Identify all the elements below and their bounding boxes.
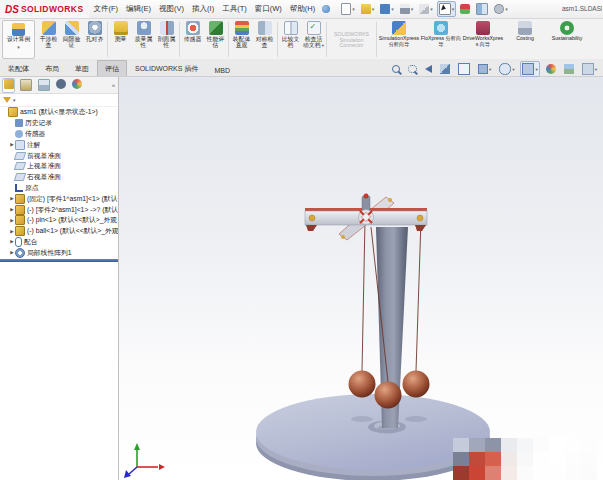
save-button[interactable] bbox=[378, 2, 396, 16]
interference-check-button[interactable]: 干涉检查 bbox=[37, 19, 60, 60]
featuremanager-tab[interactable] bbox=[2, 78, 15, 93]
tree-row[interactable]: ▶ 配合 bbox=[0, 237, 118, 248]
costing-button[interactable]: Costing bbox=[504, 19, 546, 60]
tree-row[interactable]: ▶ 传感器 bbox=[0, 129, 118, 140]
tree-row[interactable]: ▶ 原点 bbox=[0, 183, 118, 194]
watermark-cell bbox=[485, 438, 501, 452]
menu-item[interactable]: 插入(I) bbox=[188, 2, 218, 16]
filter-caret-icon[interactable]: ▾ bbox=[13, 97, 16, 103]
ribbon-tab-label: 装配体 bbox=[8, 65, 29, 72]
print-button[interactable] bbox=[398, 2, 416, 16]
simulation-connector-button[interactable]: SOLIDWORKS Simulation Connector bbox=[328, 19, 375, 60]
panel-tabs-overflow[interactable]: » bbox=[112, 82, 116, 88]
select-button[interactable] bbox=[437, 1, 457, 17]
driveworksxpress-wizard-button[interactable]: DriveWorksXpress 向导 bbox=[462, 19, 504, 60]
watermark-cell bbox=[485, 452, 501, 466]
zoom-to-area-button[interactable] bbox=[406, 63, 419, 76]
section-view-button[interactable] bbox=[438, 62, 452, 76]
menu-bar: 文件(F)编辑(E)视图(V)插入(I)工具(T)窗口(W)帮助(H) bbox=[89, 2, 319, 16]
tree-row[interactable]: ▶ 局部线性阵列1 bbox=[0, 247, 118, 258]
tree-row[interactable]: ▶ 上视基准面 bbox=[0, 161, 118, 172]
title-bar: DS SOLIDWORKS 文件(F)编辑(E)视图(V)插入(I)工具(T)窗… bbox=[0, 0, 603, 19]
pattern-icon bbox=[15, 248, 25, 258]
display-style-button[interactable] bbox=[520, 61, 539, 77]
select-cursor-icon bbox=[439, 3, 451, 15]
menu-item[interactable]: 文件(F) bbox=[89, 2, 122, 16]
menu-item[interactable]: 工具(T) bbox=[218, 2, 251, 16]
ribbon-button[interactable] bbox=[107, 22, 108, 57]
zoom-fit-button[interactable] bbox=[390, 63, 403, 76]
filter-funnel-icon[interactable] bbox=[3, 97, 11, 103]
tab-mbd[interactable]: MBD bbox=[206, 63, 238, 76]
view-orientation-button[interactable] bbox=[476, 62, 493, 76]
assembly-visualization-button[interactable]: 装配体直观 bbox=[230, 19, 253, 60]
symmetry-check-button[interactable]: 对称检查 bbox=[253, 19, 276, 60]
watermark-cell bbox=[517, 438, 533, 452]
tree-row[interactable]: ▶ 注解 bbox=[0, 139, 118, 150]
tab-assembly[interactable]: 装配体 bbox=[0, 60, 37, 76]
graphics-area[interactable] bbox=[119, 77, 603, 480]
rebuild-button[interactable] bbox=[458, 2, 472, 16]
hide-show-items-button[interactable] bbox=[497, 61, 516, 77]
watermark-cell bbox=[533, 452, 549, 466]
dynamic-annotation-views-button[interactable] bbox=[456, 61, 472, 77]
tree-row[interactable]: ▶ 历史记录 bbox=[0, 118, 118, 129]
view-settings-button[interactable] bbox=[580, 61, 599, 77]
tab-layout[interactable]: 布局 bbox=[37, 60, 67, 76]
tab-sketch[interactable]: 草图 bbox=[67, 60, 97, 76]
previous-view-button[interactable] bbox=[423, 63, 434, 75]
performance-evaluation-button[interactable]: 性能评估 bbox=[204, 19, 227, 60]
undo-icon bbox=[419, 4, 429, 14]
menu-item[interactable]: 视图(V) bbox=[155, 2, 188, 16]
undo-button[interactable] bbox=[417, 2, 435, 16]
tree-row[interactable]: ▶ (固定) [零件1^asm1]<1> (默认< bbox=[0, 193, 118, 204]
clearance-verify-icon bbox=[65, 21, 79, 35]
compare-documents-button[interactable]: 比较文档 bbox=[279, 19, 302, 60]
display-pane-button[interactable] bbox=[474, 1, 490, 17]
floxpress-wizard-button[interactable]: FloXpress 分析向导 bbox=[420, 19, 462, 60]
rollback-bar[interactable] bbox=[0, 259, 118, 262]
edit-appearance-button[interactable] bbox=[544, 62, 558, 76]
dimxpertmanager-tab[interactable] bbox=[54, 78, 67, 93]
tree-item-label: 右视基准面 bbox=[27, 172, 61, 182]
tree-row[interactable]: ▶ 右视基准面 bbox=[0, 172, 118, 183]
sensor-button[interactable]: 传感器 bbox=[181, 19, 204, 60]
design-study-caret-icon[interactable]: ▾ bbox=[17, 44, 20, 50]
sustainability-button[interactable]: Sustainability bbox=[546, 19, 588, 60]
ribbon-button[interactable] bbox=[376, 22, 377, 57]
ribbon-button-label: 检查活动文档 bbox=[302, 36, 325, 49]
check-active-document-button[interactable]: 检查活动文档 bbox=[302, 19, 325, 60]
tab-solidworks-addins[interactable]: SOLIDWORKS 插件 bbox=[127, 60, 206, 76]
design-study-button[interactable]: 设计算例 ▾ bbox=[2, 20, 35, 59]
options-button[interactable] bbox=[492, 2, 510, 16]
ribbon-button[interactable] bbox=[326, 22, 327, 57]
tree-row[interactable]: ▶ (-) ball<1> (默认<<默认>_外观 显 bbox=[0, 226, 118, 237]
hole-alignment-button[interactable]: 孔对齐 bbox=[83, 19, 106, 60]
mass-properties-button[interactable]: 质量属性 bbox=[132, 19, 155, 60]
displaymanager-tab[interactable] bbox=[70, 78, 83, 93]
open-button[interactable] bbox=[359, 2, 377, 16]
menu-item[interactable]: 窗口(W) bbox=[251, 2, 286, 16]
tree-row[interactable]: ▶ 前视基准面 bbox=[0, 150, 118, 161]
menu-item[interactable]: 帮助(H) bbox=[286, 2, 319, 16]
tree-row[interactable]: ▶ (-) pin<1> (默认<<默认>_外观 显 bbox=[0, 215, 118, 226]
simulationxpress-wizard-button[interactable]: SimulationXpress 分析向导 bbox=[378, 19, 420, 60]
pin-menu-icon[interactable] bbox=[322, 5, 330, 13]
ribbon-button[interactable] bbox=[277, 22, 278, 57]
tab-evaluate[interactable]: 评估 bbox=[97, 60, 127, 76]
measure-button[interactable]: 测量 bbox=[109, 19, 132, 60]
watermark-cell bbox=[469, 452, 485, 466]
menu-item[interactable]: 编辑(E) bbox=[122, 2, 155, 16]
ribbon-button[interactable] bbox=[179, 22, 180, 57]
new-document-button[interactable] bbox=[339, 1, 357, 17]
tree-row[interactable]: ▶ asm1 (默认<显示状态-1>) bbox=[0, 107, 118, 118]
propertymanager-tab[interactable] bbox=[18, 78, 33, 93]
clearance-verify-button[interactable]: 间隙验证 bbox=[60, 19, 83, 60]
command-manager-ribbon: 设计算例 ▾ 干涉检查 间隙验证 孔对齐 测量 质量属性 bbox=[0, 18, 603, 61]
ribbon-button[interactable] bbox=[228, 22, 229, 57]
watermark-cell bbox=[517, 452, 533, 466]
apply-scene-button[interactable] bbox=[562, 62, 576, 76]
tree-row[interactable]: ▶ (-) [零件2^asm1]<1> ->? (默认< bbox=[0, 204, 118, 215]
configurationmanager-tab[interactable] bbox=[36, 78, 51, 93]
section-properties-button[interactable]: 剖面属性 bbox=[155, 19, 178, 60]
